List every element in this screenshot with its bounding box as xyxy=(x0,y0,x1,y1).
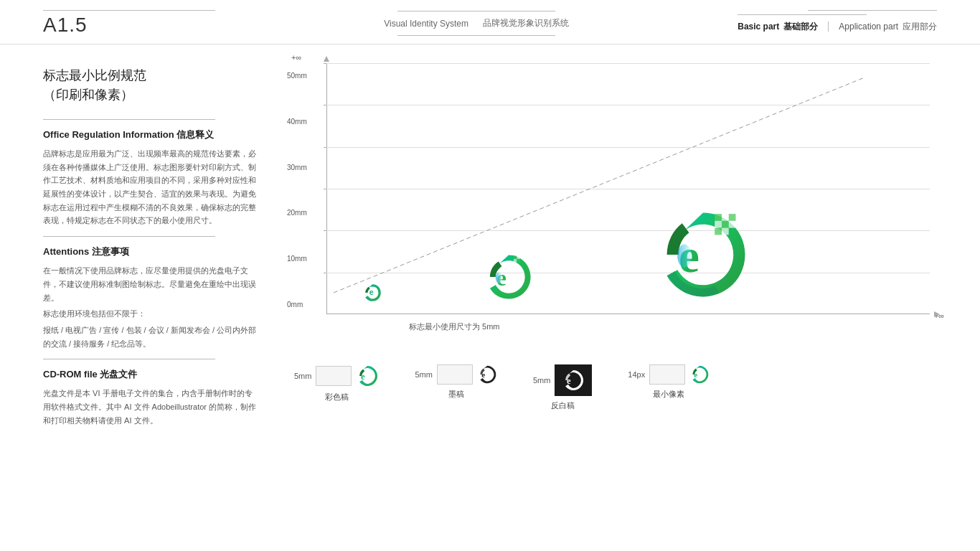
sample-color: 5mm e 彩色稿 xyxy=(294,364,379,402)
x-axis-arrow xyxy=(934,311,940,317)
sample-color-logo: e xyxy=(356,364,379,387)
y-tick-0 xyxy=(324,63,326,64)
sample-color-box xyxy=(316,366,352,386)
sample-pixel-size: 14px xyxy=(628,370,645,379)
svg-rect-13 xyxy=(729,221,736,228)
top-right: Basic part 基础部分 Application part 应用部分 xyxy=(738,14,937,33)
section-divider-2 xyxy=(43,236,215,237)
chart-area: +∞ 50mm 40mm 30mm 20mm 10mm 0mm xyxy=(287,52,937,353)
svg-rect-2 xyxy=(514,256,517,260)
y-tick-2 xyxy=(324,147,326,148)
svg-rect-11 xyxy=(715,221,722,228)
sample-ink-size: 5mm xyxy=(415,370,432,379)
attentions-text3: 报纸 / 电视广告 / 宣传 / 包装 / 会议 / 新闻发布会 / 公司内外部… xyxy=(43,324,258,350)
y-label-20: 20mm xyxy=(287,209,307,217)
sample-reverse-label: 反白稿 xyxy=(551,400,575,411)
svg-point-17 xyxy=(677,244,692,268)
left-panel: 标志最小比例规范 （印刷和像素） Office Regulation Infor… xyxy=(43,44,258,551)
svg-text:e: e xyxy=(361,372,365,382)
svg-rect-14 xyxy=(715,228,722,235)
sample-reverse: 5mm e 反白稿 xyxy=(533,364,592,411)
x-axis-line xyxy=(326,314,930,314)
svg-rect-12 xyxy=(722,221,729,228)
grid-line-5 xyxy=(326,273,930,273)
svg-rect-5 xyxy=(517,259,520,263)
attentions-text2: 标志使用环境包括但不限于： xyxy=(43,307,258,321)
svg-rect-15 xyxy=(722,228,729,235)
sample-ink-logo: e xyxy=(477,364,497,385)
y-axis-labels: 50mm 40mm 30mm 20mm 10mm 0mm xyxy=(287,72,307,309)
svg-point-7 xyxy=(496,272,502,283)
cdrom-heading: CD-ROM file 光盘文件 xyxy=(43,368,258,381)
basic-part-cn: 基础部分 xyxy=(783,21,818,33)
cdrom-text: 光盘文件是本 VI 手册电子文件的集合，内含手册制作时的专用软件格式文件。其中 … xyxy=(43,387,258,427)
grid-line-1 xyxy=(326,105,930,105)
svg-text:e: e xyxy=(481,370,485,379)
svg-line-0 xyxy=(334,77,864,293)
page-id: A1.5 xyxy=(43,14,215,37)
y-label-30: 30mm xyxy=(287,164,307,171)
bottom-samples: 5mm e 彩色稿 xyxy=(294,364,937,411)
chart-caption: 标志最小使用尺寸为 5mm xyxy=(409,321,500,332)
grid-line-3 xyxy=(326,189,930,189)
chart-grid-container: +∞ xyxy=(326,63,930,314)
office-text: 品牌标志是应用最为广泛、出现频率最高的规范传达要素，必须在各种传播媒体上广泛使用… xyxy=(43,147,258,227)
sample-pixel: 14px e 最小像素 xyxy=(628,364,710,400)
chart-logo-small: e xyxy=(362,283,382,306)
attentions-text1: 在一般情况下使用品牌标志，应尽量使用提供的光盘电子文件，不建议使用标准制图绘制标… xyxy=(43,264,258,304)
svg-rect-10 xyxy=(729,214,736,221)
vis-identity-label: Visual Identity System xyxy=(384,19,468,29)
svg-text:e: e xyxy=(369,288,374,296)
right-panel: +∞ 50mm 40mm 30mm 20mm 10mm 0mm xyxy=(287,44,937,551)
sample-pixel-box xyxy=(649,364,685,385)
sample-pixel-logo: e xyxy=(689,364,710,385)
sample-ink-box xyxy=(437,364,473,385)
y-tick-5 xyxy=(324,273,326,273)
basic-part-en: Basic part xyxy=(738,22,779,32)
chart-logo-medium: e xyxy=(484,253,533,304)
y-label-40: 40mm xyxy=(287,118,307,126)
section-divider-3 xyxy=(43,359,215,359)
top-center: Visual Identity System 品牌视觉形象识别系统 xyxy=(384,11,569,36)
top-bar: A1.5 Visual Identity System 品牌视觉形象识别系统 B… xyxy=(0,0,980,44)
sample-reverse-size: 5mm xyxy=(533,376,550,385)
page-title: 标志最小比例规范 （印刷和像素） xyxy=(43,66,258,105)
svg-text:e: e xyxy=(567,376,571,386)
sample-reverse-logo: e xyxy=(562,369,585,392)
app-part-cn: 应用部分 xyxy=(903,21,937,33)
svg-rect-8 xyxy=(715,214,722,221)
svg-rect-9 xyxy=(722,214,729,221)
attentions-heading: Attentions 注意事项 xyxy=(43,245,258,258)
top-left: A1.5 xyxy=(43,10,215,37)
grid-line-2 xyxy=(326,147,930,148)
app-part-en: Application part xyxy=(839,22,898,32)
y-tick-3 xyxy=(324,189,326,189)
svg-rect-4 xyxy=(514,259,517,263)
sample-pixel-label: 最小像素 xyxy=(653,389,684,400)
chart-logo-large: e xyxy=(656,208,750,304)
office-heading: Office Regulation Information 信息释义 xyxy=(43,128,258,141)
y-tick-1 xyxy=(324,105,326,105)
y-tick-4 xyxy=(324,230,326,231)
sample-color-size: 5mm xyxy=(294,372,311,380)
sample-ink-label: 墨稿 xyxy=(448,389,464,400)
grid-line-top xyxy=(326,63,930,64)
brand-cn-label: 品牌视觉形象识别系统 xyxy=(483,17,569,29)
grid-line-4 xyxy=(326,230,930,231)
y-label-10: 10mm xyxy=(287,255,307,263)
y-label-50: 50mm xyxy=(287,72,307,80)
top-divider xyxy=(43,10,215,11)
main-content: 标志最小比例规范 （印刷和像素） Office Regulation Infor… xyxy=(0,44,980,551)
y-label-0: 0mm xyxy=(287,301,307,309)
svg-rect-3 xyxy=(517,256,520,260)
svg-text:e: e xyxy=(694,370,697,379)
section-divider-1 xyxy=(43,119,215,120)
sample-color-label: 彩色稿 xyxy=(325,392,349,402)
sample-ink: 5mm e 墨稿 xyxy=(415,364,496,400)
sample-reverse-box: e xyxy=(555,364,592,396)
y-axis-arrow xyxy=(324,56,329,62)
y-label-inf: +∞ xyxy=(291,53,301,62)
